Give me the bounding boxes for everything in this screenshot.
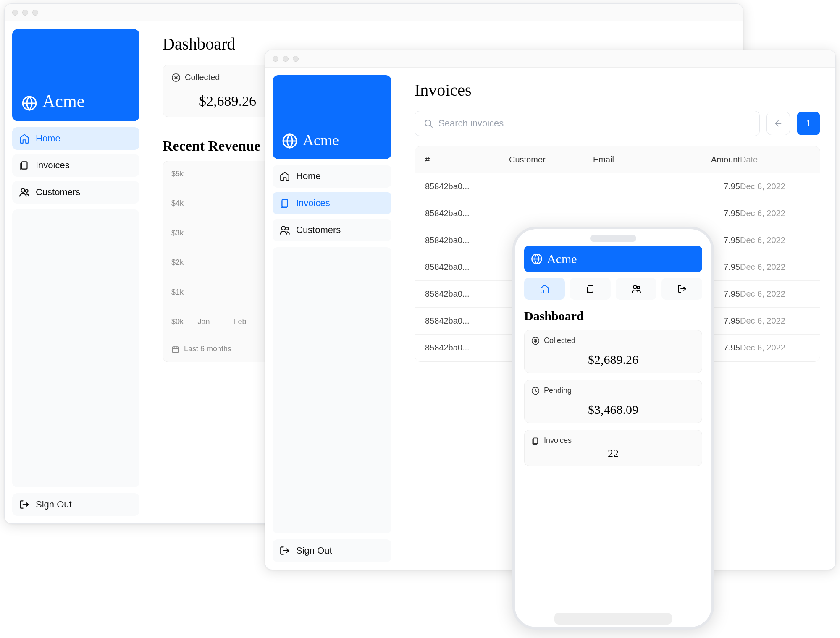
mobile-device: Acme Dashboard Collected $2,689.26 (512, 227, 714, 630)
cell-date: Dec 6, 2022 (740, 343, 820, 353)
cell-date: Dec 6, 2022 (740, 235, 820, 245)
pending-card: Pending $3,468.09 (524, 380, 702, 423)
traffic-light-zoom[interactable] (32, 10, 38, 16)
y-tick: $5k (171, 170, 184, 178)
nav-invoices[interactable] (570, 278, 611, 300)
nav-home[interactable]: Home (12, 127, 139, 150)
sidebar: Acme Home Invoices Customers Si (265, 68, 399, 570)
nav-home-label: Home (36, 133, 60, 144)
collected-value: $2,689.26 (531, 353, 695, 367)
nav-customers-label: Customers (296, 225, 341, 235)
y-tick: $1k (171, 288, 184, 297)
nav-customers-label: Customers (36, 187, 80, 198)
cell-id: 85842ba0... (425, 209, 509, 218)
traffic-light-minimize[interactable] (283, 56, 289, 62)
svg-point-13 (286, 227, 289, 230)
cell-id: 85842ba0... (425, 182, 509, 191)
calendar-icon (171, 345, 180, 353)
nav-home[interactable] (524, 278, 565, 300)
sidebar-nav: Home Invoices Customers (273, 165, 391, 241)
table-header: # Customer Email Amount Date (415, 146, 820, 173)
brand-logo: Acme (273, 75, 391, 159)
home-bar[interactable] (554, 613, 672, 625)
home-icon (540, 284, 550, 294)
invoices-count-card: Invoices 22 (524, 430, 702, 466)
collected-label: Collected (185, 73, 220, 82)
clock-icon (531, 387, 540, 395)
signout-label: Sign Out (36, 499, 72, 510)
pending-label: Pending (544, 386, 572, 395)
nav-invoices[interactable]: Invoices (273, 192, 391, 214)
globe-icon (531, 253, 543, 265)
cell-amount: 7.95 (669, 209, 740, 218)
signout-icon (677, 284, 687, 294)
cell-date: Dec 6, 2022 (740, 209, 820, 218)
brand-name: Acme (42, 91, 84, 111)
svg-point-12 (281, 226, 285, 230)
nav-invoices-label: Invoices (296, 198, 330, 209)
nav-customers[interactable]: Customers (12, 181, 139, 204)
table-row[interactable]: 85842ba0...7.95Dec 6, 2022 (415, 200, 820, 227)
traffic-light-minimize[interactable] (22, 10, 28, 16)
svg-point-3 (25, 190, 28, 193)
search-input[interactable]: Search invoices (415, 111, 760, 136)
pagination-prev[interactable] (766, 112, 790, 135)
nav-signout[interactable] (662, 278, 702, 300)
brand-name: Acme (547, 252, 577, 266)
users-icon (19, 187, 30, 198)
traffic-light-close[interactable] (12, 10, 18, 16)
dollar-circle-icon (531, 337, 540, 345)
bar-label: Feb (234, 317, 247, 326)
collected-label: Collected (544, 336, 575, 345)
pending-value: $3,468.09 (531, 403, 695, 417)
sidebar-nav: Home Invoices Customers (12, 127, 139, 204)
chart-bar: Feb (227, 314, 252, 326)
col-id: # (425, 155, 509, 165)
nav-customers[interactable]: Customers (273, 219, 391, 241)
globe-icon (282, 133, 298, 149)
cell-date: Dec 6, 2022 (740, 262, 820, 272)
pagination-page-1[interactable]: 1 (797, 112, 820, 135)
cell-amount: 7.95 (669, 182, 740, 191)
document-duplicate-icon (531, 437, 540, 445)
users-icon (631, 284, 641, 294)
signout-button[interactable]: Sign Out (273, 539, 391, 562)
cell-id: 85842ba0... (425, 235, 509, 245)
brand-logo: Acme (524, 246, 702, 272)
traffic-light-zoom[interactable] (293, 56, 299, 62)
cell-id: 85842ba0... (425, 343, 509, 353)
cell-id: 85842ba0... (425, 262, 509, 272)
cell-date: Dec 6, 2022 (740, 289, 820, 299)
users-icon (279, 225, 290, 235)
page-title: Invoices (415, 80, 820, 100)
invoices-value: 22 (531, 447, 695, 460)
cell-id: 85842ba0... (425, 289, 509, 299)
home-icon (279, 171, 290, 182)
svg-point-20 (633, 285, 637, 289)
chart-y-axis: $5k $4k $3k $2k $1k $0k (171, 170, 184, 339)
window-titlebar (265, 50, 835, 68)
table-row[interactable]: 85842ba0...7.95Dec 6, 2022 (415, 173, 820, 200)
cell-id: 85842ba0... (425, 316, 509, 326)
home-icon (19, 133, 30, 144)
home-indicator (515, 610, 711, 627)
signout-button[interactable]: Sign Out (12, 493, 139, 516)
sidebar-spacer (12, 209, 139, 487)
chart-bar: Jan (191, 314, 216, 326)
nav-customers[interactable] (616, 278, 656, 300)
traffic-light-close[interactable] (273, 56, 278, 62)
y-tick: $2k (171, 258, 184, 267)
nav-invoices[interactable]: Invoices (12, 154, 139, 177)
svg-point-2 (21, 188, 25, 192)
pagination-current-label: 1 (806, 118, 811, 129)
sidebar-spacer (273, 247, 391, 533)
signout-label: Sign Out (296, 545, 332, 556)
window-titlebar (5, 4, 743, 21)
nav-home[interactable]: Home (273, 165, 391, 188)
phone-notch (590, 235, 636, 242)
y-tick: $3k (171, 229, 184, 238)
col-customer: Customer (509, 155, 593, 165)
cell-date: Dec 6, 2022 (740, 316, 820, 326)
dollar-circle-icon (171, 73, 181, 82)
svg-rect-6 (173, 347, 179, 352)
